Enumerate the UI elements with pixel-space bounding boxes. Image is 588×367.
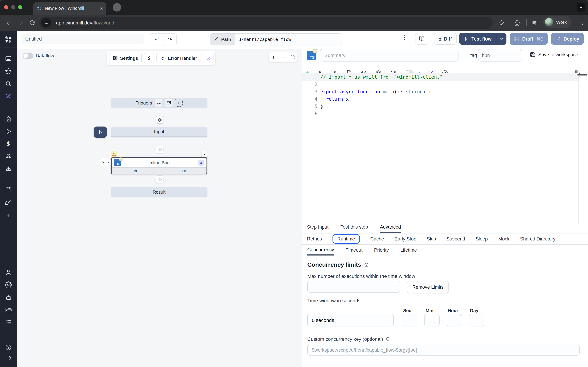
- sidebar-item-settings[interactable]: [0, 281, 17, 288]
- zoom-in-button[interactable]: +: [269, 52, 278, 62]
- tab-runtime[interactable]: Runtime: [332, 234, 360, 244]
- sidebar-item-flows[interactable]: [0, 199, 17, 207]
- site-settings-button[interactable]: [41, 18, 51, 28]
- sec-input[interactable]: [402, 314, 417, 326]
- insert-step-button[interactable]: [156, 175, 164, 183]
- sidebar-item-ai[interactable]: [0, 93, 17, 100]
- media-controls-button[interactable]: [529, 17, 540, 28]
- undo-button[interactable]: ↶: [150, 33, 163, 45]
- tab-search-button[interactable]: [577, 3, 585, 12]
- sidebar-expand-button[interactable]: [0, 354, 17, 361]
- flow-name-input[interactable]: Untitled: [21, 33, 144, 44]
- url-bar[interactable]: app.windmill.dev/flows/add: [39, 17, 493, 29]
- max-executions-input[interactable]: [307, 281, 400, 292]
- tab-shared-directory[interactable]: Shared Directory: [520, 236, 555, 242]
- sidebar-item-help[interactable]: [0, 344, 17, 351]
- hour-input[interactable]: [447, 314, 462, 326]
- path-label[interactable]: Path: [210, 33, 235, 45]
- triggers-node[interactable]: Triggers +: [111, 98, 207, 108]
- traffic-close-button[interactable]: [4, 5, 9, 9]
- tab-priority[interactable]: Priority: [374, 245, 389, 256]
- tab-test-this-step[interactable]: Test this step: [340, 224, 368, 234]
- tab-close-icon[interactable]: ×: [100, 6, 103, 11]
- result-node[interactable]: Result: [111, 187, 207, 197]
- sidebar-item-users[interactable]: [0, 269, 17, 276]
- sidebar-item-favorites[interactable]: [0, 68, 17, 75]
- sidebar-item-assets[interactable]: [0, 165, 17, 172]
- input-node[interactable]: Input: [111, 127, 207, 137]
- back-button[interactable]: [3, 17, 14, 28]
- webhook-icon[interactable]: [155, 99, 162, 107]
- test-flow-button[interactable]: Test flow: [459, 33, 506, 45]
- sidebar-item-workers[interactable]: [0, 294, 17, 301]
- tab-skip[interactable]: Skip: [427, 236, 436, 242]
- insert-step-button[interactable]: [156, 116, 164, 124]
- extensions-button[interactable]: [512, 17, 523, 28]
- redo-button[interactable]: ↷: [163, 33, 176, 45]
- tab-suspend[interactable]: Suspend: [446, 236, 465, 242]
- step-in-button[interactable]: In: [112, 168, 159, 174]
- tab-step-input[interactable]: Step Input: [307, 224, 329, 234]
- traffic-minimize-button[interactable]: [11, 5, 15, 9]
- diff-button[interactable]: ± Diff: [434, 33, 457, 45]
- tab-early-stop[interactable]: Early Stop: [394, 236, 416, 242]
- browser-tab[interactable]: New Flow | Windmill ×: [33, 2, 106, 15]
- step-out-button[interactable]: Out: [159, 168, 207, 174]
- flow-canvas[interactable]: [17, 49, 302, 367]
- summary-input[interactable]: Summary: [320, 49, 458, 61]
- play-icon[interactable]: [99, 158, 106, 166]
- run-from-input-button[interactable]: [94, 126, 107, 138]
- error-handler-button[interactable]: Error Handler: [157, 53, 201, 63]
- tab-timeout[interactable]: Timeout: [346, 245, 363, 256]
- save-to-workspace-button[interactable]: Save to workspace: [530, 52, 578, 57]
- delete-step-button[interactable]: ×: [202, 151, 208, 157]
- sidebar-item-home[interactable]: [0, 115, 17, 122]
- sidebar-item-logs[interactable]: [0, 319, 17, 326]
- editor-scrollbar-thumb[interactable]: [578, 74, 587, 75]
- chrome-menu-button[interactable]: ⋮: [577, 17, 588, 28]
- more-options-button[interactable]: ⋮: [401, 34, 408, 43]
- profile-chip[interactable]: Work: [543, 16, 571, 28]
- new-tab-button[interactable]: +: [113, 3, 121, 12]
- forward-button[interactable]: [15, 17, 26, 28]
- tab-advanced[interactable]: Advanced: [380, 224, 401, 234]
- sidebar-item-schedules[interactable]: [0, 186, 17, 193]
- dataflow-toggle[interactable]: [23, 53, 33, 59]
- tab-retries[interactable]: Retries: [307, 236, 322, 242]
- day-input[interactable]: [469, 314, 484, 326]
- custom-key-input[interactable]: $workspace/script/u/henri/capable_flow-$…: [307, 344, 579, 356]
- draft-button[interactable]: Draft ⌘S: [510, 33, 548, 45]
- flow-settings-button[interactable]: Settings: [109, 53, 142, 63]
- fit-view-button[interactable]: [288, 52, 297, 62]
- email-trigger-icon[interactable]: [165, 99, 172, 107]
- traffic-zoom-button[interactable]: [18, 5, 22, 9]
- ai-assistant-button[interactable]: [203, 53, 214, 63]
- run-step-button[interactable]: [99, 158, 111, 166]
- sidebar-item-apps[interactable]: [0, 55, 17, 62]
- bookmark-button[interactable]: [496, 17, 507, 28]
- reload-button[interactable]: [26, 17, 38, 28]
- zoom-out-button[interactable]: −: [278, 52, 288, 62]
- add-trigger-button[interactable]: +: [175, 99, 182, 107]
- tag-input[interactable]: bun: [478, 49, 522, 61]
- insert-step-button[interactable]: [156, 146, 164, 153]
- tab-lifetime[interactable]: Lifetime: [400, 245, 417, 256]
- run-step-dropdown[interactable]: [106, 158, 111, 166]
- tab-mock[interactable]: Mock: [498, 236, 510, 242]
- sidebar-item-variables[interactable]: $: [0, 141, 17, 148]
- min-input[interactable]: [424, 314, 440, 326]
- docs-button[interactable]: [415, 33, 428, 45]
- path-input[interactable]: u/henri/capable_flow: [235, 33, 342, 45]
- remove-limits-button[interactable]: Remove Limits: [407, 281, 449, 293]
- code-editor[interactable]: 123456 // import * as wmill from "windmi…: [302, 73, 578, 224]
- time-window-input[interactable]: 0 seconds: [307, 314, 394, 326]
- tab-sleep[interactable]: Sleep: [476, 236, 488, 242]
- sidebar-item-folders[interactable]: [0, 307, 17, 314]
- sidebar-item-search[interactable]: [0, 80, 17, 87]
- sidebar-item-resources[interactable]: [0, 153, 17, 160]
- sidebar-item-runs[interactable]: [0, 128, 17, 135]
- sidebar-item-add[interactable]: +: [0, 212, 17, 219]
- tab-cache[interactable]: Cache: [370, 236, 384, 242]
- tab-concurrency[interactable]: Concurrency: [307, 245, 334, 256]
- code-lines[interactable]: // import * as wmill from "windmill-clie…: [320, 73, 578, 117]
